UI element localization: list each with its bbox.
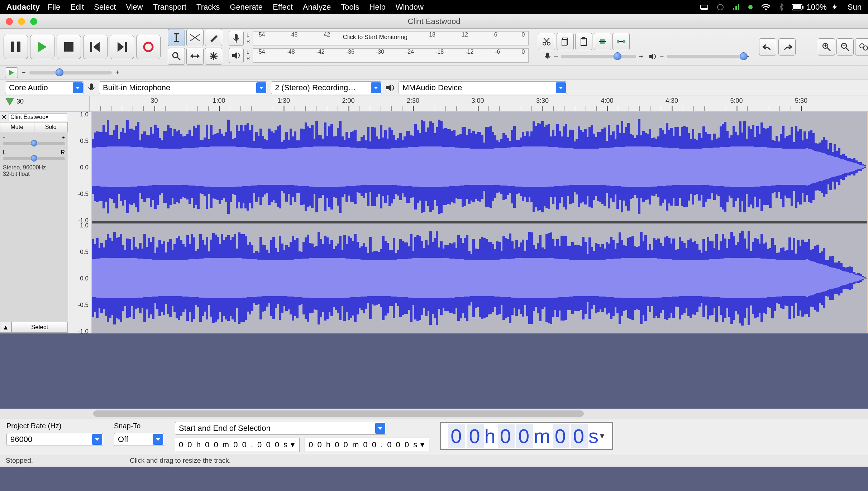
snap-to-label: Snap-To bbox=[114, 422, 164, 430]
draw-tool[interactable] bbox=[205, 29, 222, 46]
menu-tracks[interactable]: Tracks bbox=[196, 3, 220, 12]
playback-device-select[interactable]: MMAudio Device bbox=[399, 81, 567, 94]
silence-button[interactable] bbox=[612, 33, 630, 50]
track-collapse-button[interactable]: ▲ bbox=[0, 322, 11, 333]
playback-meter[interactable]: -54-48-42-36-30-24-18-12-60 bbox=[253, 48, 529, 63]
mute-button[interactable]: Mute bbox=[0, 122, 34, 132]
track-control-panel: ✕ Clint Eastwoo▾ Mute Solo -+ LR Stereo,… bbox=[0, 112, 68, 333]
fit-selection-button[interactable] bbox=[855, 38, 868, 56]
envelope-tool[interactable] bbox=[186, 29, 204, 46]
hdd-icon[interactable] bbox=[700, 4, 709, 11]
menu-transport[interactable]: Transport bbox=[153, 3, 186, 12]
timeline-ruler[interactable]: 30 301:001:302:002:303:003:304:004:305:0… bbox=[0, 96, 868, 111]
horizontal-scrollbar[interactable] bbox=[0, 409, 868, 419]
zoom-out-button[interactable] bbox=[836, 38, 854, 56]
svg-rect-48 bbox=[90, 83, 93, 89]
battery-status[interactable]: 100% bbox=[792, 3, 840, 12]
svg-rect-28 bbox=[562, 39, 567, 46]
timeshift-tool[interactable] bbox=[186, 48, 204, 65]
paste-button[interactable] bbox=[575, 33, 592, 50]
recording-volume-slider[interactable] bbox=[561, 55, 636, 58]
svg-point-6 bbox=[748, 5, 753, 9]
time-unit: h bbox=[485, 424, 497, 448]
track-name-dropdown[interactable]: Clint Eastwoo▾ bbox=[9, 113, 67, 121]
selection-format-select[interactable]: Start and End of Selection bbox=[175, 422, 386, 435]
waveform-channel-left[interactable] bbox=[92, 112, 867, 221]
selection-tool[interactable] bbox=[168, 29, 185, 46]
menu-edit[interactable]: Edit bbox=[70, 3, 84, 12]
menu-select[interactable]: Select bbox=[94, 3, 116, 12]
play-button[interactable] bbox=[30, 35, 54, 59]
snap-to-select[interactable]: Off bbox=[114, 433, 164, 446]
svg-point-20 bbox=[173, 53, 178, 58]
zoom-in-button[interactable] bbox=[818, 38, 835, 56]
vertical-scale[interactable]: 1.00.50.0-0.5-1.01.00.50.0-0.5-1.0 bbox=[68, 112, 91, 333]
waveform-display[interactable] bbox=[91, 112, 868, 333]
track-pan-slider[interactable] bbox=[3, 157, 65, 160]
skip-end-button[interactable] bbox=[110, 35, 134, 59]
mac-menubar: Audacity File Edit Select View Transport… bbox=[0, 0, 868, 14]
activity-icon[interactable] bbox=[732, 4, 740, 11]
solo-button[interactable]: Solo bbox=[34, 122, 68, 132]
menu-window[interactable]: Window bbox=[396, 3, 424, 12]
skip-start-button[interactable] bbox=[83, 35, 108, 59]
time-digit: 0 bbox=[448, 424, 465, 448]
svg-point-2 bbox=[717, 4, 723, 10]
zoom-tool[interactable] bbox=[168, 48, 185, 65]
wifi-icon[interactable] bbox=[761, 4, 771, 11]
svg-rect-9 bbox=[802, 6, 803, 9]
undo-button[interactable] bbox=[759, 38, 776, 56]
playhead-marker[interactable] bbox=[5, 98, 14, 106]
track-close-button[interactable]: ✕ bbox=[0, 113, 8, 121]
selection-start-field[interactable]: 0 0 h 0 0 m 0 0 . 0 0 0 s▾ bbox=[175, 438, 300, 452]
dot-icon[interactable] bbox=[748, 5, 753, 10]
pause-button[interactable] bbox=[4, 35, 28, 59]
menu-tools[interactable]: Tools bbox=[341, 3, 359, 12]
cut-button[interactable] bbox=[538, 33, 555, 50]
redo-button[interactable] bbox=[778, 38, 796, 56]
trim-button[interactable] bbox=[594, 33, 611, 50]
multi-tool[interactable] bbox=[205, 48, 222, 65]
menu-effect[interactable]: Effect bbox=[273, 3, 293, 12]
record-button[interactable] bbox=[136, 35, 161, 59]
recording-device-select[interactable]: Built-in Microphone bbox=[99, 81, 267, 94]
svg-line-38 bbox=[828, 48, 830, 51]
audio-position-display[interactable]: 0 0 h 0 0 m 0 0 s ▾ bbox=[440, 422, 613, 450]
recording-meter[interactable]: -54-48-42 -18-12-60 Click to Start Monit… bbox=[253, 31, 529, 45]
vscale-label: -1.0 bbox=[78, 328, 89, 335]
mic-icon bbox=[544, 52, 551, 61]
mic-device-icon bbox=[87, 83, 95, 93]
time-format-dropdown[interactable]: ▾ bbox=[600, 431, 606, 441]
menu-view[interactable]: View bbox=[126, 3, 143, 12]
playback-volume-slider[interactable] bbox=[667, 55, 742, 58]
empty-track-space[interactable] bbox=[0, 333, 868, 409]
bluetooth-icon[interactable] bbox=[779, 3, 784, 11]
record-meter-icon[interactable] bbox=[229, 31, 244, 46]
play-meter-icon[interactable] bbox=[229, 48, 244, 63]
menu-generate[interactable]: Generate bbox=[230, 3, 263, 12]
copy-button[interactable] bbox=[557, 33, 574, 50]
menu-help[interactable]: Help bbox=[369, 3, 386, 12]
window-titlebar[interactable]: Clint Eastwood bbox=[0, 14, 868, 29]
status-left: Stopped. bbox=[6, 457, 33, 464]
sync-icon[interactable] bbox=[716, 3, 724, 11]
status-hint: Click and drag to resize the track. bbox=[130, 457, 231, 464]
audio-host-select[interactable]: Core Audio bbox=[5, 81, 84, 94]
play-speed-slider[interactable] bbox=[29, 71, 112, 74]
svg-rect-30 bbox=[582, 37, 585, 39]
track-gain-slider[interactable] bbox=[3, 142, 65, 145]
project-rate-select[interactable]: 96000 bbox=[6, 433, 103, 446]
ruler-tick: 4:00 bbox=[601, 97, 614, 105]
selection-toolbar: Project Rate (Hz) 96000 Snap-To Off Star… bbox=[0, 419, 868, 454]
menu-file[interactable]: File bbox=[48, 3, 60, 12]
selection-end-field[interactable]: 0 0 h 0 0 m 0 0 . 0 0 0 s▾ bbox=[305, 438, 429, 452]
svg-rect-15 bbox=[125, 42, 127, 52]
menu-analyze[interactable]: Analyze bbox=[303, 3, 331, 12]
track-select-button[interactable]: Select bbox=[11, 322, 68, 333]
clock-day[interactable]: Sun bbox=[848, 3, 862, 12]
recording-channels-select[interactable]: 2 (Stereo) Recording… bbox=[271, 81, 382, 94]
play-at-speed-button[interactable] bbox=[5, 67, 18, 78]
waveform-channel-right[interactable] bbox=[92, 221, 867, 333]
stop-button[interactable] bbox=[57, 35, 81, 59]
svg-point-45 bbox=[863, 46, 868, 50]
